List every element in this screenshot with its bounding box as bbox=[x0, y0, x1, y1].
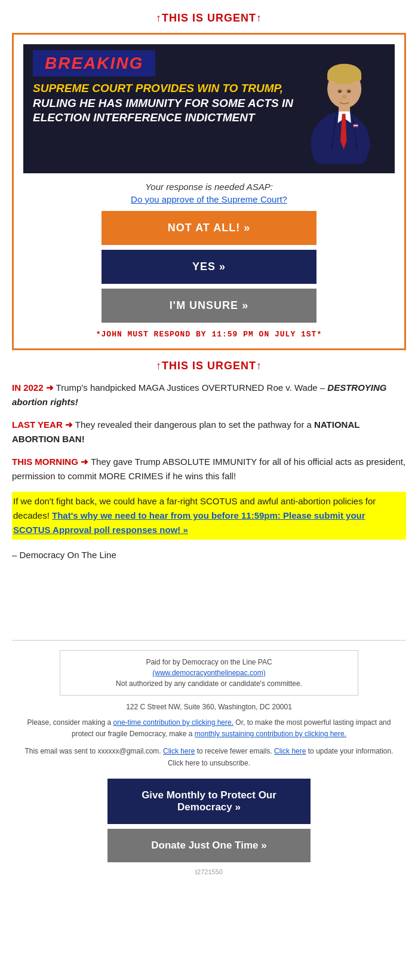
footer-divider bbox=[12, 640, 406, 641]
response-link[interactable]: Do you approve of the Supreme Court? bbox=[131, 194, 287, 204]
footer-id: t2721550 bbox=[12, 868, 406, 875]
breaking-box: BREAKING SUPREME COURT PROVIDES WIN TO T… bbox=[12, 33, 406, 350]
svg-rect-4 bbox=[327, 73, 361, 81]
headline-yellow: SUPREME COURT PROVIDES WIN TO TRUMP, bbox=[33, 82, 283, 94]
breaking-label: BREAKING bbox=[33, 50, 155, 76]
svg-point-17 bbox=[342, 95, 347, 99]
urgent-header-2: ↑THIS IS URGENT↑ bbox=[12, 360, 406, 372]
body-text-1: Trump's handpicked MAGA Justices OVERTUR… bbox=[54, 382, 328, 393]
breaking-banner: BREAKING SUPREME COURT PROVIDES WIN TO T… bbox=[23, 44, 395, 173]
content-spacer bbox=[12, 586, 406, 634]
footer-address: 122 C Street NW, Suite 360, Washington, … bbox=[12, 703, 406, 711]
svg-rect-19 bbox=[354, 124, 358, 125]
arrow-3: ➜ bbox=[78, 457, 88, 467]
footer-not-authorized: Not authorized by any candidate or candi… bbox=[72, 678, 346, 689]
give-monthly-button[interactable]: Give Monthly to Protect Our Democracy » bbox=[107, 779, 311, 824]
footer-paid-box: Paid for by Democracy on the Line PAC (w… bbox=[60, 650, 358, 696]
not-at-all-button[interactable]: NOT AT ALL! » bbox=[102, 211, 316, 245]
body-text-2: They revealed their dangerous plan to se… bbox=[73, 419, 314, 430]
footer-website-link[interactable]: (www.democracyonthelinepac.com) bbox=[152, 669, 265, 677]
response-section: Your response is needed ASAP: Do you app… bbox=[23, 182, 395, 205]
footer-email-link1[interactable]: Click here bbox=[163, 747, 195, 755]
body-section-2: LAST YEAR ➜ They revealed their dangerou… bbox=[12, 418, 406, 446]
footer-email-info: This email was sent to xxxxxx@gmail.com.… bbox=[12, 746, 406, 768]
arrow-1: ➜ bbox=[44, 382, 54, 393]
footer-paid-by: Paid for by Democracy on the Line PAC bbox=[72, 657, 346, 667]
svg-rect-21 bbox=[354, 126, 358, 127]
yes-button[interactable]: YES » bbox=[102, 250, 316, 284]
year-label-3: THIS MORNING bbox=[12, 457, 78, 467]
year-label-2: LAST YEAR bbox=[12, 419, 63, 430]
footer-email-text1: This email was sent to xxxxxx@gmail.com. bbox=[24, 747, 163, 755]
footer-email-text2: to receive fewer emails. bbox=[195, 747, 274, 755]
svg-point-16 bbox=[348, 90, 350, 93]
highlight-link[interactable]: That's why we need to hear from you befo… bbox=[13, 510, 365, 535]
footer-consider: Please, consider making a one-time contr… bbox=[12, 717, 406, 740]
year-label-1: IN 2022 bbox=[12, 382, 44, 393]
svg-rect-20 bbox=[354, 125, 358, 126]
svg-point-15 bbox=[339, 90, 341, 93]
urgent-header-1: ↑THIS IS URGENT↑ bbox=[12, 12, 406, 24]
highlight-section: If we don't fight back, we could have a … bbox=[12, 492, 406, 540]
unsure-button[interactable]: I'M UNSURE » bbox=[102, 289, 316, 323]
response-asap-text: Your response is needed ASAP: bbox=[23, 182, 395, 192]
trump-image bbox=[290, 50, 385, 164]
signature: – Democracy On The Line bbox=[12, 548, 406, 562]
footer-consider-link2[interactable]: monthly sustaining contribution by click… bbox=[195, 730, 346, 738]
footer-consider-link1[interactable]: one-time contribution by clicking here. bbox=[113, 718, 233, 727]
headline-white: RULING HE HAS IMMUNITY FOR SOME ACTS IN … bbox=[33, 97, 293, 124]
deadline-text: *JOHN MUST RESPOND BY 11:59 PM ON JULY 1… bbox=[23, 330, 395, 339]
breaking-headline: SUPREME COURT PROVIDES WIN TO TRUMP, RUL… bbox=[33, 81, 296, 125]
footer-consider-text1: Please, consider making a bbox=[27, 718, 113, 727]
arrow-2: ➜ bbox=[63, 419, 73, 430]
body-section-1: IN 2022 ➜ Trump's handpicked MAGA Justic… bbox=[12, 381, 406, 409]
donate-one-time-button[interactable]: Donate Just One Time » bbox=[107, 829, 311, 862]
footer-email-link2[interactable]: Click here bbox=[274, 747, 306, 755]
body-section-3: THIS MORNING ➜ They gave Trump ABSOLUTE … bbox=[12, 455, 406, 483]
